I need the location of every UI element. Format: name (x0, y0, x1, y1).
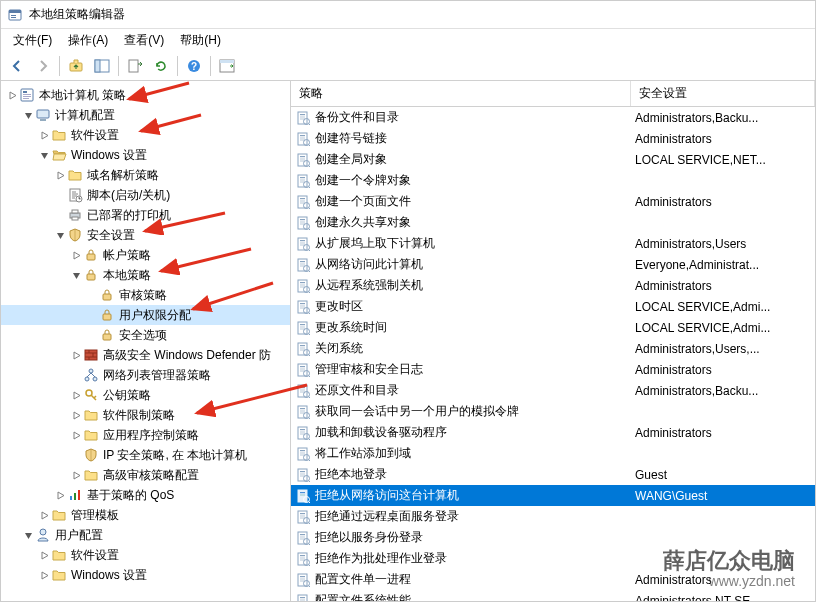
column-header-security-setting[interactable]: 安全设置 (631, 81, 815, 106)
tree-twisty[interactable] (69, 431, 83, 440)
tree-twisty[interactable] (69, 411, 83, 420)
tree-twisty[interactable] (53, 491, 67, 500)
tree-windows-settings[interactable]: Windows 设置 (1, 145, 290, 165)
policy-row[interactable]: 还原文件和目录Administrators,Backu... (291, 380, 815, 401)
policy-row[interactable]: 更改系统时间LOCAL SERVICE,Admi... (291, 317, 815, 338)
policy-row[interactable]: 创建一个页面文件Administrators (291, 191, 815, 212)
policy-row[interactable]: 从远程系统强制关机Administrators (291, 275, 815, 296)
tree-ipsec[interactable]: IP 安全策略, 在 本地计算机 (1, 445, 290, 465)
tree-twisty[interactable] (37, 511, 51, 520)
policy-row[interactable]: 从网络访问此计算机Everyone,Administrat... (291, 254, 815, 275)
policy-row[interactable]: 拒绝本地登录Guest (291, 464, 815, 485)
tree-user-windows[interactable]: Windows 设置 (1, 565, 290, 585)
tree-twisty[interactable] (53, 171, 67, 180)
svg-rect-14 (23, 94, 31, 95)
policy-row[interactable]: 管理审核和安全日志Administrators (291, 359, 815, 380)
menu-help[interactable]: 帮助(H) (172, 30, 229, 51)
tree-nlm[interactable]: 网络列表管理器策略 (1, 365, 290, 385)
tree-twisty[interactable] (37, 131, 51, 140)
tree-twisty[interactable] (21, 531, 35, 540)
tree-srp[interactable]: 软件限制策略 (1, 405, 290, 425)
policy-row[interactable]: 配置文件系统性能Administrators,NT SE... (291, 590, 815, 601)
policy-row[interactable]: 拒绝通过远程桌面服务登录 (291, 506, 815, 527)
tree-twisty[interactable] (37, 571, 51, 580)
tree-twisty[interactable] (5, 91, 19, 100)
preview-button[interactable] (215, 54, 239, 78)
tree-audit-policy[interactable]: 审核策略 (1, 285, 290, 305)
policy-row[interactable]: 拒绝作为批处理作业登录 (291, 548, 815, 569)
policy-row[interactable]: 创建全局对象LOCAL SERVICE,NET... (291, 149, 815, 170)
policy-row[interactable]: 从扩展坞上取下计算机Administrators,Users (291, 233, 815, 254)
policy-row[interactable]: 配置文件单一进程Administrators (291, 569, 815, 590)
tree-twisty[interactable] (69, 471, 83, 480)
tree-twisty[interactable] (37, 151, 51, 160)
policy-row[interactable]: 关闭系统Administrators,Users,... (291, 338, 815, 359)
forward-button[interactable] (31, 54, 55, 78)
export-list-button[interactable] (123, 54, 147, 78)
policy-name: 管理审核和安全日志 (315, 361, 423, 378)
tree-pki[interactable]: 公钥策略 (1, 385, 290, 405)
tree-twisty[interactable] (69, 271, 83, 280)
svg-rect-16 (23, 98, 29, 99)
tree-twisty[interactable] (69, 351, 83, 360)
tree-user-rights[interactable]: 用户权限分配 (1, 305, 290, 325)
tree-account-policies[interactable]: 帐户策略 (1, 245, 290, 265)
svg-rect-2 (11, 15, 16, 16)
svg-point-31 (85, 377, 89, 381)
policy-row[interactable]: 备份文件和目录Administrators,Backu... (291, 107, 815, 128)
up-button[interactable] (64, 54, 88, 78)
refresh-button[interactable] (149, 54, 173, 78)
policy-name: 创建符号链接 (315, 130, 387, 147)
svg-rect-84 (300, 282, 305, 283)
tree-panel[interactable]: 本地计算机 策略计算机配置软件设置Windows 设置域名解析策略脚本(启动/关… (1, 81, 291, 601)
column-header-policy[interactable]: 策略 (291, 81, 631, 106)
tree-root-node[interactable]: 本地计算机 策略 (1, 85, 290, 105)
tree-app-control[interactable]: 应用程序控制策略 (1, 425, 290, 445)
tree-admin-templates[interactable]: 管理模板 (1, 505, 290, 525)
tree-user-config[interactable]: 用户配置 (1, 525, 290, 545)
svg-rect-108 (298, 385, 307, 397)
svg-point-37 (40, 529, 46, 535)
show-hide-tree-button[interactable] (90, 54, 114, 78)
qos-icon (67, 487, 83, 503)
tree-security-options[interactable]: 安全选项 (1, 325, 290, 345)
policy-row[interactable]: 创建永久共享对象 (291, 212, 815, 233)
tree-computer-config[interactable]: 计算机配置 (1, 105, 290, 125)
tree-wd-firewall[interactable]: 高级安全 Windows Defender 防 (1, 345, 290, 365)
tree-user-software[interactable]: 软件设置 (1, 545, 290, 565)
policy-row[interactable]: 创建符号链接Administrators (291, 128, 815, 149)
tree-name-resolution[interactable]: 域名解析策略 (1, 165, 290, 185)
tree-twisty[interactable] (69, 251, 83, 260)
policy-icon (295, 509, 311, 525)
help-button[interactable]: ? (182, 54, 206, 78)
tree-twisty[interactable] (21, 111, 35, 120)
policy-row[interactable]: 将工作站添加到域 (291, 443, 815, 464)
policy-icon (295, 278, 311, 294)
menu-action[interactable]: 操作(A) (60, 30, 116, 51)
policy-row[interactable]: 拒绝从网络访问这台计算机WANG\Guest (291, 485, 815, 506)
tree-software-settings[interactable]: 软件设置 (1, 125, 290, 145)
menu-file[interactable]: 文件(F) (5, 30, 60, 51)
policy-row[interactable]: 更改时区LOCAL SERVICE,Admi... (291, 296, 815, 317)
tree-label: IP 安全策略, 在 本地计算机 (103, 447, 247, 464)
menu-view[interactable]: 查看(V) (116, 30, 172, 51)
tree-twisty[interactable] (37, 551, 51, 560)
tree-adv-audit[interactable]: 高级审核策略配置 (1, 465, 290, 485)
policy-row[interactable]: 获取同一会话中另一个用户的模拟令牌 (291, 401, 815, 422)
back-button[interactable] (5, 54, 29, 78)
policy-row[interactable]: 创建一个令牌对象 (291, 170, 815, 191)
tree-twisty[interactable] (53, 231, 67, 240)
folder-icon (67, 167, 83, 183)
svg-rect-45 (300, 116, 305, 117)
list-body[interactable]: 备份文件和目录Administrators,Backu...创建符号链接Admi… (291, 107, 815, 601)
tree-deployed-printers[interactable]: 已部署的打印机 (1, 205, 290, 225)
policy-row[interactable]: 拒绝以服务身份登录 (291, 527, 815, 548)
tree-qos[interactable]: 基于策略的 QoS (1, 485, 290, 505)
tree-local-policies[interactable]: 本地策略 (1, 265, 290, 285)
tree-security-settings[interactable]: 安全设置 (1, 225, 290, 245)
svg-rect-99 (300, 345, 305, 346)
policy-row[interactable]: 加载和卸载设备驱动程序Administrators (291, 422, 815, 443)
tree-scripts[interactable]: 脚本(启动/关机) (1, 185, 290, 205)
tree-twisty[interactable] (69, 391, 83, 400)
svg-rect-55 (300, 158, 305, 159)
